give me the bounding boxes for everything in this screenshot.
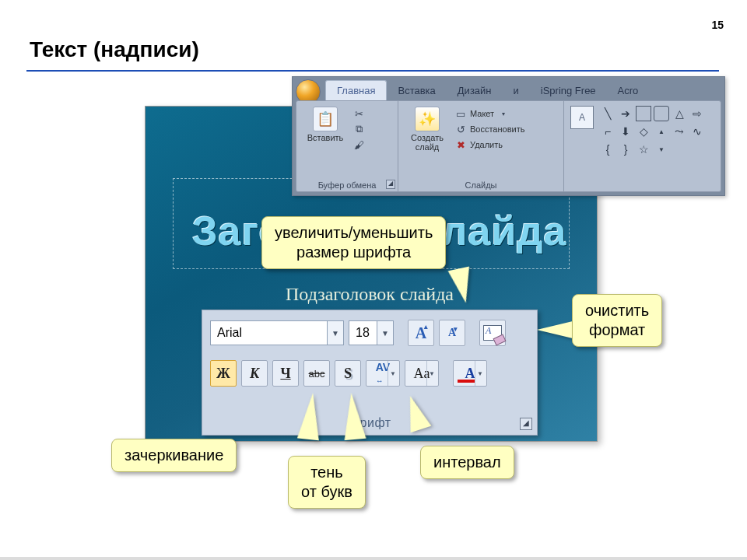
- cut-icon[interactable]: ✂: [352, 107, 365, 120]
- clipboard-group-label: Буфер обмена: [296, 180, 398, 190]
- shape-arrow-down-icon[interactable]: ⬇: [618, 124, 633, 139]
- tab-insert[interactable]: Вставка: [387, 81, 446, 100]
- ribbon-group-shapes: A ╲ ➔ △ ⇨ ⌐ ⬇ ◇ ▲ ⤳ ∿ { } ☆ ▼: [564, 101, 721, 191]
- callout-pointer: [537, 320, 576, 339]
- underline-button[interactable]: Ч: [272, 360, 299, 387]
- font-dialog-launcher[interactable]: ◢: [520, 418, 532, 430]
- tab-home[interactable]: Главная: [325, 80, 387, 100]
- ribbon-group-clipboard: 📋 Вставить ✂ ⧉ 🖌 Буфер обмена ◢: [296, 101, 398, 191]
- gallery-more-icon[interactable]: ▼: [654, 142, 669, 157]
- ribbon-group-slides: ✨ Создать слайд ▭ Макет ▾ ↺ Восстановить…: [398, 101, 564, 191]
- callout-clear-format: очистить формат: [572, 294, 662, 347]
- chevron-down-icon[interactable]: ▼: [327, 321, 343, 345]
- delete-slide-button[interactable]: ✖ Удалить: [454, 138, 524, 151]
- tab-acrobat[interactable]: Acro: [607, 81, 650, 100]
- layout-button[interactable]: ▭ Макет ▾: [454, 107, 524, 120]
- chevron-down-icon: ▾: [497, 107, 510, 120]
- format-painter-icon[interactable]: 🖌: [352, 138, 365, 151]
- tab-ispring[interactable]: iSpring Free: [530, 81, 607, 100]
- shape-rect-icon[interactable]: [636, 106, 651, 121]
- text-shadow-button[interactable]: S: [335, 360, 361, 387]
- delete-icon: ✖: [454, 138, 467, 151]
- shrink-font-icon: A▾: [448, 327, 456, 339]
- font-color-swatch: [458, 380, 475, 383]
- underline-icon: Ч: [280, 366, 290, 382]
- new-slide-label: Создать слайд: [411, 133, 444, 152]
- slides-group-label: Слайды: [398, 180, 563, 190]
- shape-brace-right-icon[interactable]: }: [618, 142, 633, 157]
- reset-icon: ↺: [454, 123, 467, 135]
- callout-text-shadow: тень от букв: [288, 456, 366, 509]
- bold-button[interactable]: Ж: [210, 360, 237, 387]
- font-size-value: 18: [349, 326, 377, 340]
- delete-label: Удалить: [470, 140, 503, 149]
- chevron-down-icon[interactable]: ▼: [426, 361, 437, 386]
- chevron-down-icon[interactable]: ▼: [377, 321, 393, 345]
- callout-pointer: [340, 392, 366, 440]
- ribbon-tabs: Главная Вставка Дизайн и iSpring Free Ac…: [325, 79, 724, 100]
- ribbon-groups: 📋 Вставить ✂ ⧉ 🖌 Буфер обмена ◢ ✨ Создат…: [296, 100, 721, 192]
- shape-diamond-icon[interactable]: ◇: [636, 124, 651, 139]
- clear-formatting-icon: [483, 325, 502, 341]
- reset-button[interactable]: ↺ Восстановить: [454, 123, 524, 135]
- font-color-button[interactable]: A ▼: [453, 360, 487, 387]
- reset-label: Восстановить: [470, 124, 524, 134]
- grow-font-button[interactable]: A▴: [408, 320, 434, 346]
- callout-strikethrough: зачеркивание: [111, 439, 237, 472]
- paste-icon: 📋: [313, 107, 338, 131]
- gallery-scroll-up-icon[interactable]: ▲: [654, 124, 669, 139]
- chevron-down-icon[interactable]: ▼: [475, 361, 485, 386]
- shape-lshape-icon[interactable]: ⌐: [600, 124, 615, 139]
- italic-icon: К: [250, 366, 259, 382]
- callout-grow-shrink-font: увеличить/уменьшить размер шрифта: [261, 216, 446, 269]
- layout-label: Макет: [470, 109, 494, 118]
- slide-subtitle-text: Подзаголовок слайда: [286, 284, 454, 305]
- page-title: Текст (надписи): [30, 37, 199, 62]
- character-spacing-button[interactable]: AV↔ ▼: [366, 360, 400, 387]
- change-case-button[interactable]: Aa ▼: [405, 360, 439, 387]
- tab-extra-i[interactable]: и: [503, 81, 530, 100]
- shape-curve-icon[interactable]: ∿: [689, 124, 705, 139]
- shape-roundrect-icon[interactable]: [654, 106, 669, 121]
- shape-line-icon[interactable]: ╲: [600, 106, 615, 121]
- text-shadow-icon: S: [344, 366, 352, 382]
- clear-formatting-button[interactable]: [479, 320, 506, 346]
- shape-star-icon[interactable]: ☆: [636, 142, 651, 157]
- strikethrough-button[interactable]: abc: [303, 360, 330, 387]
- font-name-value: Arial: [211, 326, 327, 340]
- shape-arrow-right-icon[interactable]: ⇨: [689, 106, 705, 121]
- chevron-down-icon[interactable]: ▼: [388, 361, 398, 386]
- new-slide-button[interactable]: ✨ Создать слайд: [403, 104, 451, 179]
- copy-icon[interactable]: ⧉: [352, 123, 365, 135]
- title-rule: [26, 70, 719, 72]
- text-box-icon[interactable]: A: [570, 106, 594, 129]
- page-number: 15: [711, 19, 724, 31]
- shapes-gallery[interactable]: ╲ ➔ △ ⇨ ⌐ ⬇ ◇ ▲ ⤳ ∿ { } ☆ ▼: [598, 104, 707, 179]
- paste-button[interactable]: 📋 Вставить: [301, 104, 349, 179]
- grow-font-icon: A▴: [416, 324, 426, 342]
- font-group-label: Шрифт: [202, 416, 537, 430]
- italic-button[interactable]: К: [241, 360, 268, 387]
- shape-arrow-icon[interactable]: ➔: [618, 106, 633, 121]
- shape-brace-left-icon[interactable]: {: [600, 142, 615, 157]
- clipboard-dialog-launcher[interactable]: ◢: [386, 180, 395, 189]
- paste-label: Вставить: [307, 133, 344, 142]
- bottom-rule: [0, 557, 747, 560]
- tab-design[interactable]: Дизайн: [447, 81, 503, 100]
- font-group-panel: Arial ▼ 18 ▼ A▴ A▾ Ж К: [202, 310, 538, 436]
- layout-icon: ▭: [454, 107, 467, 120]
- office-ribbon: Главная Вставка Дизайн и iSpring Free Ac…: [292, 76, 725, 196]
- shape-connector-icon[interactable]: ⤳: [672, 124, 687, 139]
- shrink-font-button[interactable]: A▾: [439, 320, 465, 346]
- strikethrough-icon: abc: [309, 368, 325, 380]
- callout-char-spacing: интервал: [420, 446, 514, 479]
- new-slide-icon: ✨: [415, 107, 440, 131]
- font-name-combo[interactable]: Arial ▼: [210, 320, 344, 345]
- font-size-combo[interactable]: 18 ▼: [349, 320, 394, 345]
- shape-triangle-icon[interactable]: △: [672, 106, 687, 121]
- bold-icon: Ж: [216, 366, 230, 382]
